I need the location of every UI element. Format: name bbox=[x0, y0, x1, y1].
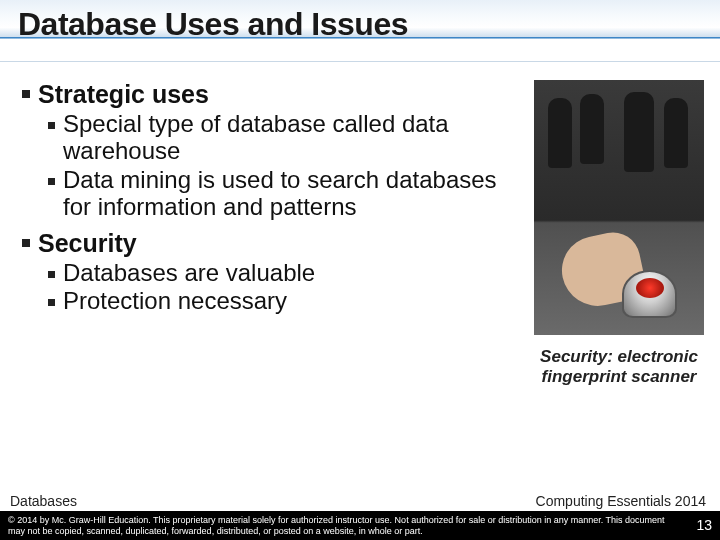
title-bar: Database Uses and Issues bbox=[0, 0, 720, 62]
item-text: Protection necessary bbox=[63, 288, 287, 315]
bullet-icon bbox=[48, 122, 55, 129]
content-column: Strategic uses Special type of database … bbox=[22, 80, 534, 493]
person-silhouette bbox=[548, 98, 572, 168]
bullet-icon bbox=[22, 239, 30, 247]
slide-title: Database Uses and Issues bbox=[18, 6, 702, 43]
list-item: Protection necessary bbox=[48, 288, 526, 315]
section-heading: Security bbox=[22, 229, 526, 258]
figure-image bbox=[534, 80, 704, 335]
slide-body: Strategic uses Special type of database … bbox=[0, 62, 720, 493]
list-item: Special type of database called data war… bbox=[48, 111, 526, 165]
section-strategic: Strategic uses Special type of database … bbox=[22, 80, 526, 221]
list-item: Data mining is used to search databases … bbox=[48, 167, 526, 221]
bullet-icon bbox=[48, 299, 55, 306]
fingerprint-scanner-icon bbox=[622, 270, 677, 318]
footer-bottom: © 2014 by Mc. Graw-Hill Education. This … bbox=[0, 511, 720, 540]
bullet-icon bbox=[48, 178, 55, 185]
list-item: Databases are valuable bbox=[48, 260, 526, 287]
person-silhouette bbox=[664, 98, 688, 168]
heading-text: Security bbox=[38, 229, 137, 258]
item-text: Data mining is used to search databases … bbox=[63, 167, 526, 221]
section-security: Security Databases are valuable Protecti… bbox=[22, 229, 526, 316]
page-number: 13 bbox=[696, 517, 712, 533]
figure-caption: Security: electronic fingerprint scanner bbox=[534, 347, 704, 388]
bullet-icon bbox=[48, 271, 55, 278]
copyright-text: © 2014 by Mc. Graw-Hill Education. This … bbox=[8, 515, 665, 535]
footer-top: Databases Computing Essentials 2014 bbox=[0, 493, 720, 511]
section-heading: Strategic uses bbox=[22, 80, 526, 109]
item-text: Special type of database called data war… bbox=[63, 111, 526, 165]
item-text: Databases are valuable bbox=[63, 260, 315, 287]
figure: Security: electronic fingerprint scanner bbox=[534, 80, 704, 493]
footer-left: Databases bbox=[10, 493, 77, 509]
person-silhouette bbox=[580, 94, 604, 164]
bullet-icon bbox=[22, 90, 30, 98]
heading-text: Strategic uses bbox=[38, 80, 209, 109]
footer-right: Computing Essentials 2014 bbox=[536, 493, 706, 509]
slide: Database Uses and Issues Strategic uses … bbox=[0, 0, 720, 540]
person-silhouette bbox=[624, 92, 654, 172]
